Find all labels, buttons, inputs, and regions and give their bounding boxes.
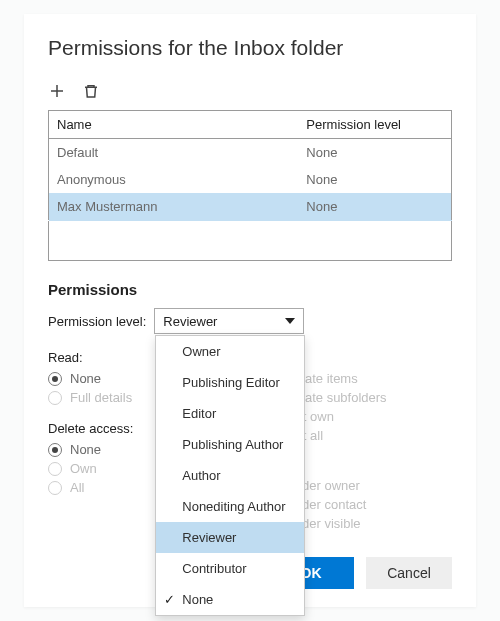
chevron-down-icon — [285, 318, 295, 324]
cell-level: None — [298, 166, 451, 193]
level-option[interactable]: Author — [156, 460, 304, 491]
user-permissions-table: Name Permission level Default None Anony… — [48, 110, 452, 261]
plus-icon — [48, 82, 66, 100]
cell-name: Max Mustermann — [49, 193, 299, 221]
level-option[interactable]: Owner — [156, 336, 304, 367]
cell-name: Anonymous — [49, 166, 299, 193]
column-header-name[interactable]: Name — [49, 111, 299, 139]
toolbar — [48, 82, 452, 100]
radio-icon — [48, 443, 62, 457]
radio-icon — [48, 462, 62, 476]
dialog-title: Permissions for the Inbox folder — [48, 36, 452, 60]
permission-level-options: Owner Publishing Editor Editor Publishin… — [155, 335, 305, 616]
permissions-heading: Permissions — [48, 281, 452, 298]
cell-name: Default — [49, 139, 299, 167]
level-option[interactable]: ✓None — [156, 584, 304, 615]
cell-level: None — [298, 139, 451, 167]
table-row[interactable]: Anonymous None — [49, 166, 452, 193]
table-row[interactable]: Default None — [49, 139, 452, 167]
add-user-button[interactable] — [48, 82, 66, 100]
table-empty-area — [49, 221, 452, 261]
level-option[interactable]: Publishing Editor — [156, 367, 304, 398]
level-option[interactable]: Publishing Author — [156, 429, 304, 460]
permission-level-row: Permission level: Reviewer Owner Publish… — [48, 308, 452, 334]
level-option[interactable]: Editor — [156, 398, 304, 429]
permissions-dialog: Permissions for the Inbox folder Name Pe… — [24, 14, 476, 607]
level-option[interactable]: Nonediting Author — [156, 491, 304, 522]
radio-icon — [48, 372, 62, 386]
permission-level-value: Reviewer — [163, 314, 217, 329]
cancel-button[interactable]: Cancel — [366, 557, 452, 589]
check-icon: ✓ — [164, 591, 175, 606]
delete-user-button[interactable] — [82, 82, 100, 100]
level-option[interactable]: Reviewer — [156, 522, 304, 553]
permission-level-dropdown[interactable]: Reviewer Owner Publishing Editor Editor … — [154, 308, 304, 334]
trash-icon — [82, 82, 100, 100]
radio-icon — [48, 481, 62, 495]
level-option[interactable]: Contributor — [156, 553, 304, 584]
table-row[interactable]: Max Mustermann None — [49, 193, 452, 221]
permission-level-label: Permission level: — [48, 314, 146, 329]
radio-icon — [48, 391, 62, 405]
cell-level: None — [298, 193, 451, 221]
column-header-level[interactable]: Permission level — [298, 111, 451, 139]
